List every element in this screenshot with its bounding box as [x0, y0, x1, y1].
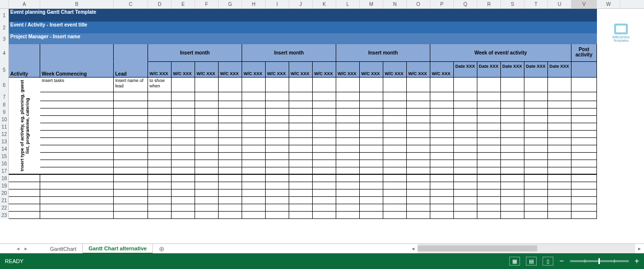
cell[interactable] — [548, 175, 571, 182]
cell[interactable] — [114, 123, 148, 131]
hdr-date-t[interactable]: Date XXX — [524, 62, 548, 78]
cell[interactable] — [548, 160, 571, 167]
first-tab-icon[interactable]: ◂ — [17, 245, 20, 252]
hdr-date-u[interactable]: Date XXX — [548, 62, 571, 78]
cell[interactable] — [114, 138, 148, 145]
cell[interactable] — [454, 123, 477, 131]
cell[interactable] — [407, 182, 430, 189]
cell[interactable] — [383, 175, 407, 182]
cell[interactable] — [524, 145, 548, 153]
cell[interactable] — [454, 197, 477, 204]
row-9[interactable]: 9 — [0, 108, 9, 116]
horizontal-scrollbar[interactable]: ◂ ▸ — [409, 243, 644, 253]
cell[interactable] — [40, 175, 114, 182]
cell[interactable] — [430, 116, 454, 123]
cell[interactable] — [336, 138, 360, 145]
hdr-week-event[interactable]: Week of event/ activity — [430, 44, 571, 62]
cell[interactable] — [172, 123, 195, 131]
cell[interactable] — [148, 153, 172, 160]
cell[interactable] — [195, 189, 219, 197]
col-F[interactable]: F — [195, 0, 219, 8]
cell[interactable] — [289, 116, 313, 123]
cell[interactable] — [571, 153, 597, 160]
cell[interactable] — [40, 204, 114, 212]
row-15[interactable]: 15 — [0, 153, 9, 160]
cell[interactable] — [219, 204, 242, 212]
cell[interactable] — [360, 160, 383, 167]
hdr-wc-merge[interactable] — [40, 44, 114, 62]
cell[interactable] — [219, 145, 242, 153]
col-A[interactable]: A — [9, 0, 40, 8]
cell[interactable] — [219, 153, 242, 160]
cell[interactable] — [430, 108, 454, 116]
cell[interactable] — [383, 212, 407, 219]
cell[interactable] — [114, 204, 148, 212]
cell[interactable] — [477, 153, 501, 160]
cell[interactable] — [548, 204, 571, 212]
hdr-lead[interactable]: Lead — [114, 62, 148, 78]
column-headers[interactable]: A B C D E F G H I J K L M N O P Q R S T … — [0, 0, 644, 9]
zoom-in-button[interactable]: + — [635, 257, 639, 266]
cell[interactable] — [571, 108, 597, 116]
cell[interactable] — [407, 153, 430, 160]
cell[interactable] — [383, 123, 407, 131]
cell[interactable] — [313, 212, 336, 219]
cell[interactable] — [172, 153, 195, 160]
cell[interactable] — [266, 175, 289, 182]
cell[interactable] — [548, 138, 571, 145]
cell[interactable] — [195, 145, 219, 153]
cell[interactable] — [407, 131, 430, 138]
cell[interactable] — [313, 78, 336, 92]
hdr-month3[interactable]: Insert month — [336, 44, 430, 62]
col-Q[interactable]: Q — [454, 0, 477, 8]
cell[interactable] — [9, 189, 40, 197]
cell[interactable] — [289, 153, 313, 160]
cell[interactable] — [430, 167, 454, 175]
cell[interactable] — [195, 123, 219, 131]
row-21[interactable]: 21 — [0, 197, 9, 204]
cell[interactable] — [407, 204, 430, 212]
cell[interactable] — [430, 92, 454, 101]
cell[interactable] — [501, 92, 524, 101]
hdr-wc-e[interactable]: W/C XXX — [172, 62, 195, 78]
cell[interactable] — [383, 204, 407, 212]
row-2[interactable]: 2 — [0, 22, 9, 33]
cell[interactable] — [477, 116, 501, 123]
cell[interactable] — [242, 145, 266, 153]
cell[interactable] — [114, 108, 148, 116]
cell[interactable] — [501, 175, 524, 182]
cell[interactable] — [242, 101, 266, 108]
cell[interactable] — [242, 123, 266, 131]
cell[interactable] — [477, 212, 501, 219]
cell[interactable] — [430, 153, 454, 160]
cell[interactable] — [336, 182, 360, 189]
cell[interactable] — [383, 182, 407, 189]
cell[interactable] — [336, 212, 360, 219]
cell[interactable] — [242, 182, 266, 189]
cell[interactable] — [477, 108, 501, 116]
cell[interactable] — [360, 182, 383, 189]
cell[interactable] — [266, 153, 289, 160]
row-11[interactable]: 11 — [0, 123, 9, 131]
cell[interactable] — [40, 212, 114, 219]
cell[interactable] — [172, 108, 195, 116]
scroll-right-icon[interactable]: ▸ — [635, 244, 644, 253]
cell[interactable] — [219, 92, 242, 101]
cell[interactable] — [501, 101, 524, 108]
hdr-wc-h[interactable]: W/C XXX — [242, 62, 266, 78]
col-U[interactable]: U — [548, 0, 571, 8]
cell[interactable] — [383, 131, 407, 138]
cell[interactable] — [289, 108, 313, 116]
cell[interactable] — [454, 204, 477, 212]
cell[interactable] — [430, 189, 454, 197]
cell[interactable] — [266, 145, 289, 153]
cell[interactable] — [501, 197, 524, 204]
cell[interactable] — [501, 204, 524, 212]
cell[interactable] — [360, 189, 383, 197]
cell[interactable] — [336, 160, 360, 167]
cell[interactable] — [172, 92, 195, 101]
cell[interactable] — [571, 78, 597, 92]
cell[interactable] — [219, 101, 242, 108]
cell[interactable] — [266, 189, 289, 197]
cell[interactable] — [454, 138, 477, 145]
